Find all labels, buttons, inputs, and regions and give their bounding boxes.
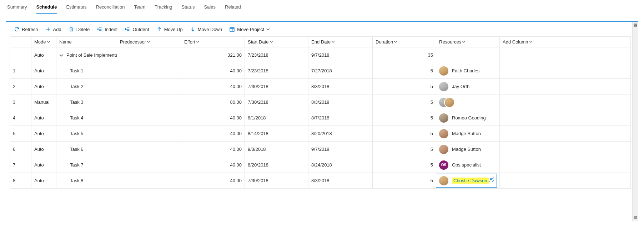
cell-end[interactable]: 8/3/2018 [308, 173, 373, 189]
vertical-scrollbar[interactable] [632, 22, 638, 221]
cell-effort[interactable]: 40.00 [181, 126, 245, 142]
cell-mode[interactable]: Auto [31, 126, 56, 142]
cell-name[interactable]: Task 8 [56, 173, 117, 189]
cell-mode[interactable]: Auto [31, 79, 56, 94]
cell-start[interactable]: 8/14/2018 [245, 126, 308, 142]
tab-status[interactable]: Status [182, 1, 195, 13]
cell-mode[interactable]: Auto [31, 157, 56, 173]
table-row[interactable]: 3ManualTask 380.007/30/20188/3/20185 [10, 94, 631, 110]
col-predecessor[interactable]: Predecessor [117, 37, 181, 47]
cell-name[interactable]: Point of Sale Implementat [56, 47, 117, 63]
cell-effort[interactable]: 40.00 [181, 173, 245, 189]
table-row[interactable]: 7AutoTask 740.008/20/20188/24/20185OSOps… [10, 157, 631, 173]
tab-summary[interactable]: Summary [7, 1, 27, 13]
cell-effort[interactable]: 40.00 [181, 110, 245, 126]
cell-name[interactable]: Task 1 [56, 63, 117, 79]
cell-resources[interactable]: Jay Orth [436, 79, 500, 94]
table-row[interactable]: 5AutoTask 540.008/14/20188/20/20185Madge… [10, 126, 631, 142]
cell-resources[interactable]: OSOps specialist [436, 157, 500, 173]
move-up-button[interactable]: Move Up [156, 26, 183, 32]
table-row[interactable]: 2AutoTask 240.007/30/20188/3/20185Jay Or… [10, 79, 631, 94]
cell-predecessor[interactable] [117, 110, 181, 126]
col-mode[interactable]: Mode [31, 37, 56, 47]
col-end[interactable]: End Date [308, 37, 373, 47]
add-button[interactable]: Add [45, 26, 61, 32]
cell-predecessor[interactable] [117, 173, 181, 189]
tab-team[interactable]: Team [134, 1, 145, 13]
cell-start[interactable]: 7/30/2018 [245, 79, 308, 94]
cell-effort[interactable]: 40.00 [181, 157, 245, 173]
cell-resources[interactable]: Christie Dawson [436, 173, 500, 189]
cell-predecessor[interactable] [117, 47, 181, 63]
scroll-down-icon[interactable] [634, 215, 638, 220]
cell-resources[interactable] [436, 94, 500, 110]
cell-predecessor[interactable] [117, 157, 181, 173]
tab-related[interactable]: Related [225, 1, 241, 13]
cell-mode[interactable]: Auto [31, 110, 56, 126]
cell-end[interactable]: 7/27/2018 [308, 63, 373, 79]
tab-schedule[interactable]: Schedule [36, 1, 57, 13]
tab-reconciliation[interactable]: Reconciliation [96, 1, 125, 13]
cell-start[interactable]: 9/3/2018 [245, 142, 308, 157]
cell-duration[interactable]: 5 [373, 173, 436, 189]
cell-start[interactable]: 8/20/2018 [245, 157, 308, 173]
cell-end[interactable]: 8/3/2018 [308, 94, 373, 110]
cell-duration[interactable]: 5 [373, 94, 436, 110]
cell-name[interactable]: Task 2 [56, 79, 117, 94]
cell-end[interactable]: 9/7/2018 [308, 142, 373, 157]
table-row[interactable]: 1AutoTask 140.007/23/20187/27/20185Faith… [10, 63, 631, 79]
cell-end[interactable]: 8/3/2018 [308, 79, 373, 94]
tab-estimates[interactable]: Estimates [66, 1, 86, 13]
cell-predecessor[interactable] [117, 94, 181, 110]
col-name[interactable]: Name [56, 37, 117, 47]
people-picker-icon[interactable] [489, 177, 495, 184]
cell-duration[interactable]: 5 [373, 63, 436, 79]
cell-mode[interactable]: Manual [31, 94, 56, 110]
cell-duration[interactable]: 5 [373, 126, 436, 142]
table-row[interactable]: 6AutoTask 640.009/3/20189/7/20185Madge S… [10, 142, 631, 157]
cell-name[interactable]: Task 5 [56, 126, 117, 142]
cell-mode[interactable]: Auto [31, 173, 56, 189]
cell-end[interactable]: 8/24/2018 [308, 157, 373, 173]
outdent-button[interactable]: Outdent [125, 26, 149, 32]
table-row[interactable]: 8AutoTask 840.007/30/20188/3/20185Christ… [10, 173, 631, 189]
table-row[interactable]: AutoPoint of Sale Implementat321.007/23/… [10, 47, 631, 63]
cell-resources[interactable]: Faith Charles [436, 63, 500, 79]
cell-effort[interactable]: 40.00 [181, 79, 245, 94]
delete-button[interactable]: Delete [69, 26, 90, 32]
cell-resources[interactable] [436, 47, 500, 63]
cell-resources[interactable]: Romeo Gooding [436, 110, 500, 126]
cell-start[interactable]: 8/1/2018 [245, 110, 308, 126]
cell-duration[interactable]: 5 [373, 142, 436, 157]
scroll-up-icon[interactable] [634, 23, 638, 28]
cell-effort[interactable]: 80.00 [181, 94, 245, 110]
col-resources[interactable]: Resources [436, 37, 500, 47]
tab-tracking[interactable]: Tracking [155, 1, 172, 13]
cell-name[interactable]: Task 6 [56, 142, 117, 157]
cell-end[interactable]: 8/20/2018 [308, 126, 373, 142]
cell-mode[interactable]: Auto [31, 47, 56, 63]
cell-predecessor[interactable] [117, 79, 181, 94]
col-effort[interactable]: Effort [181, 37, 245, 47]
cell-predecessor[interactable] [117, 63, 181, 79]
cell-duration[interactable]: 35 [373, 47, 436, 63]
schedule-grid[interactable]: Mode Name Predecessor Effort Start Date … [10, 36, 631, 189]
table-row[interactable]: 4AutoTask 440.008/1/20188/7/20185Romeo G… [10, 110, 631, 126]
cell-start[interactable]: 7/23/2018 [245, 47, 308, 63]
col-index[interactable] [10, 37, 31, 47]
cell-mode[interactable]: Auto [31, 142, 56, 157]
cell-effort[interactable]: 321.00 [181, 47, 245, 63]
cell-duration[interactable]: 5 [373, 157, 436, 173]
cell-predecessor[interactable] [117, 126, 181, 142]
move-down-button[interactable]: Move Down [190, 26, 222, 32]
col-start[interactable]: Start Date [245, 37, 308, 47]
cell-end[interactable]: 9/7/2018 [308, 47, 373, 63]
refresh-button[interactable]: Refresh [14, 26, 38, 32]
cell-effort[interactable]: 40.00 [181, 63, 245, 79]
cell-start[interactable]: 7/30/2018 [245, 173, 308, 189]
cell-mode[interactable]: Auto [31, 63, 56, 79]
indent-button[interactable]: Indent [97, 26, 117, 32]
cell-duration[interactable]: 5 [373, 79, 436, 94]
cell-start[interactable]: 7/30/2018 [245, 94, 308, 110]
col-add[interactable]: Add Column [500, 37, 631, 47]
